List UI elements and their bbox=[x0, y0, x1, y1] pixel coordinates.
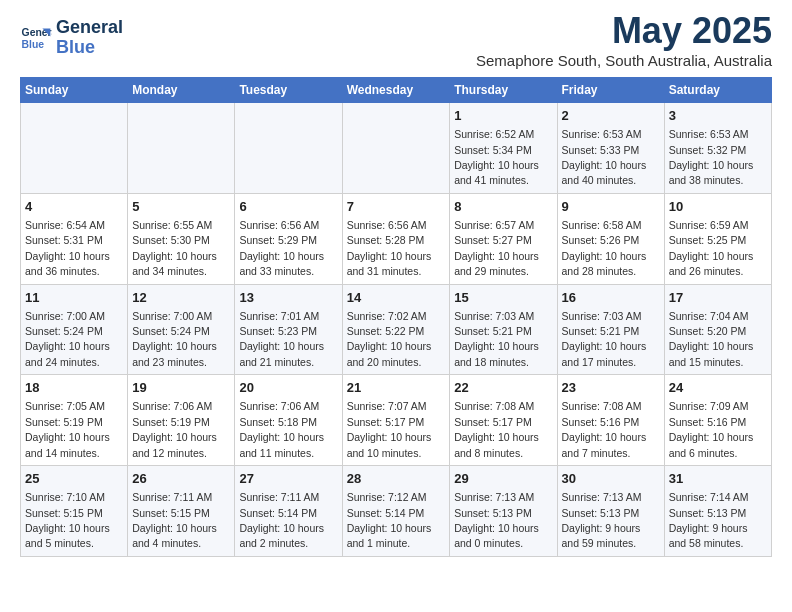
calendar-cell: 10Sunrise: 6:59 AM Sunset: 5:25 PM Dayli… bbox=[664, 193, 771, 284]
day-info: Sunrise: 7:08 AM Sunset: 5:17 PM Dayligh… bbox=[454, 400, 539, 458]
day-number: 3 bbox=[669, 107, 767, 125]
calendar-cell: 18Sunrise: 7:05 AM Sunset: 5:19 PM Dayli… bbox=[21, 375, 128, 466]
day-info: Sunrise: 6:53 AM Sunset: 5:32 PM Dayligh… bbox=[669, 128, 754, 186]
day-number: 23 bbox=[562, 379, 660, 397]
calendar-cell: 21Sunrise: 7:07 AM Sunset: 5:17 PM Dayli… bbox=[342, 375, 450, 466]
day-number: 17 bbox=[669, 289, 767, 307]
calendar-cell: 12Sunrise: 7:00 AM Sunset: 5:24 PM Dayli… bbox=[128, 284, 235, 375]
calendar-cell: 14Sunrise: 7:02 AM Sunset: 5:22 PM Dayli… bbox=[342, 284, 450, 375]
calendar-cell: 9Sunrise: 6:58 AM Sunset: 5:26 PM Daylig… bbox=[557, 193, 664, 284]
calendar-cell: 24Sunrise: 7:09 AM Sunset: 5:16 PM Dayli… bbox=[664, 375, 771, 466]
logo: General Blue General Blue bbox=[20, 18, 123, 58]
day-info: Sunrise: 7:05 AM Sunset: 5:19 PM Dayligh… bbox=[25, 400, 110, 458]
day-number: 4 bbox=[25, 198, 123, 216]
calendar-week-2: 4Sunrise: 6:54 AM Sunset: 5:31 PM Daylig… bbox=[21, 193, 772, 284]
day-info: Sunrise: 7:13 AM Sunset: 5:13 PM Dayligh… bbox=[562, 491, 642, 549]
day-info: Sunrise: 7:11 AM Sunset: 5:14 PM Dayligh… bbox=[239, 491, 324, 549]
day-header-tuesday: Tuesday bbox=[235, 78, 342, 103]
calendar-cell: 16Sunrise: 7:03 AM Sunset: 5:21 PM Dayli… bbox=[557, 284, 664, 375]
day-number: 22 bbox=[454, 379, 552, 397]
day-info: Sunrise: 6:52 AM Sunset: 5:34 PM Dayligh… bbox=[454, 128, 539, 186]
calendar-cell: 6Sunrise: 6:56 AM Sunset: 5:29 PM Daylig… bbox=[235, 193, 342, 284]
day-info: Sunrise: 7:07 AM Sunset: 5:17 PM Dayligh… bbox=[347, 400, 432, 458]
calendar-cell: 8Sunrise: 6:57 AM Sunset: 5:27 PM Daylig… bbox=[450, 193, 557, 284]
calendar-cell: 11Sunrise: 7:00 AM Sunset: 5:24 PM Dayli… bbox=[21, 284, 128, 375]
calendar-week-4: 18Sunrise: 7:05 AM Sunset: 5:19 PM Dayli… bbox=[21, 375, 772, 466]
day-number: 20 bbox=[239, 379, 337, 397]
day-number: 7 bbox=[347, 198, 446, 216]
day-number: 18 bbox=[25, 379, 123, 397]
day-info: Sunrise: 7:12 AM Sunset: 5:14 PM Dayligh… bbox=[347, 491, 432, 549]
day-number: 14 bbox=[347, 289, 446, 307]
day-number: 25 bbox=[25, 470, 123, 488]
day-info: Sunrise: 7:14 AM Sunset: 5:13 PM Dayligh… bbox=[669, 491, 749, 549]
calendar-cell: 3Sunrise: 6:53 AM Sunset: 5:32 PM Daylig… bbox=[664, 103, 771, 194]
day-number: 21 bbox=[347, 379, 446, 397]
day-number: 1 bbox=[454, 107, 552, 125]
calendar-week-1: 1Sunrise: 6:52 AM Sunset: 5:34 PM Daylig… bbox=[21, 103, 772, 194]
calendar-cell: 20Sunrise: 7:06 AM Sunset: 5:18 PM Dayli… bbox=[235, 375, 342, 466]
day-info: Sunrise: 7:06 AM Sunset: 5:18 PM Dayligh… bbox=[239, 400, 324, 458]
day-header-monday: Monday bbox=[128, 78, 235, 103]
day-number: 15 bbox=[454, 289, 552, 307]
calendar-table: SundayMondayTuesdayWednesdayThursdayFrid… bbox=[20, 77, 772, 557]
day-number: 11 bbox=[25, 289, 123, 307]
day-number: 5 bbox=[132, 198, 230, 216]
calendar-cell: 4Sunrise: 6:54 AM Sunset: 5:31 PM Daylig… bbox=[21, 193, 128, 284]
calendar-cell: 31Sunrise: 7:14 AM Sunset: 5:13 PM Dayli… bbox=[664, 466, 771, 557]
day-info: Sunrise: 7:11 AM Sunset: 5:15 PM Dayligh… bbox=[132, 491, 217, 549]
day-number: 2 bbox=[562, 107, 660, 125]
calendar-cell: 25Sunrise: 7:10 AM Sunset: 5:15 PM Dayli… bbox=[21, 466, 128, 557]
day-header-wednesday: Wednesday bbox=[342, 78, 450, 103]
calendar-cell: 2Sunrise: 6:53 AM Sunset: 5:33 PM Daylig… bbox=[557, 103, 664, 194]
day-info: Sunrise: 7:13 AM Sunset: 5:13 PM Dayligh… bbox=[454, 491, 539, 549]
calendar-cell bbox=[21, 103, 128, 194]
calendar-cell: 23Sunrise: 7:08 AM Sunset: 5:16 PM Dayli… bbox=[557, 375, 664, 466]
day-number: 10 bbox=[669, 198, 767, 216]
calendar-cell bbox=[128, 103, 235, 194]
day-header-thursday: Thursday bbox=[450, 78, 557, 103]
day-number: 30 bbox=[562, 470, 660, 488]
day-info: Sunrise: 6:59 AM Sunset: 5:25 PM Dayligh… bbox=[669, 219, 754, 277]
day-number: 24 bbox=[669, 379, 767, 397]
day-number: 26 bbox=[132, 470, 230, 488]
day-number: 12 bbox=[132, 289, 230, 307]
day-info: Sunrise: 7:03 AM Sunset: 5:21 PM Dayligh… bbox=[562, 310, 647, 368]
calendar-cell: 17Sunrise: 7:04 AM Sunset: 5:20 PM Dayli… bbox=[664, 284, 771, 375]
day-info: Sunrise: 7:01 AM Sunset: 5:23 PM Dayligh… bbox=[239, 310, 324, 368]
calendar-cell bbox=[235, 103, 342, 194]
day-info: Sunrise: 6:58 AM Sunset: 5:26 PM Dayligh… bbox=[562, 219, 647, 277]
day-info: Sunrise: 6:56 AM Sunset: 5:28 PM Dayligh… bbox=[347, 219, 432, 277]
calendar-cell: 22Sunrise: 7:08 AM Sunset: 5:17 PM Dayli… bbox=[450, 375, 557, 466]
subtitle: Semaphore South, South Australia, Austra… bbox=[476, 52, 772, 69]
day-info: Sunrise: 7:04 AM Sunset: 5:20 PM Dayligh… bbox=[669, 310, 754, 368]
day-info: Sunrise: 7:02 AM Sunset: 5:22 PM Dayligh… bbox=[347, 310, 432, 368]
svg-text:Blue: Blue bbox=[22, 38, 45, 49]
day-number: 13 bbox=[239, 289, 337, 307]
day-header-sunday: Sunday bbox=[21, 78, 128, 103]
calendar-week-3: 11Sunrise: 7:00 AM Sunset: 5:24 PM Dayli… bbox=[21, 284, 772, 375]
calendar-cell: 28Sunrise: 7:12 AM Sunset: 5:14 PM Dayli… bbox=[342, 466, 450, 557]
day-info: Sunrise: 7:08 AM Sunset: 5:16 PM Dayligh… bbox=[562, 400, 647, 458]
title-block: May 2025 Semaphore South, South Australi… bbox=[476, 10, 772, 69]
day-header-friday: Friday bbox=[557, 78, 664, 103]
day-info: Sunrise: 6:56 AM Sunset: 5:29 PM Dayligh… bbox=[239, 219, 324, 277]
day-info: Sunrise: 6:54 AM Sunset: 5:31 PM Dayligh… bbox=[25, 219, 110, 277]
calendar-cell: 27Sunrise: 7:11 AM Sunset: 5:14 PM Dayli… bbox=[235, 466, 342, 557]
day-info: Sunrise: 7:06 AM Sunset: 5:19 PM Dayligh… bbox=[132, 400, 217, 458]
calendar-cell: 26Sunrise: 7:11 AM Sunset: 5:15 PM Dayli… bbox=[128, 466, 235, 557]
day-number: 31 bbox=[669, 470, 767, 488]
day-number: 28 bbox=[347, 470, 446, 488]
calendar-week-5: 25Sunrise: 7:10 AM Sunset: 5:15 PM Dayli… bbox=[21, 466, 772, 557]
calendar-cell: 30Sunrise: 7:13 AM Sunset: 5:13 PM Dayli… bbox=[557, 466, 664, 557]
calendar-cell: 1Sunrise: 6:52 AM Sunset: 5:34 PM Daylig… bbox=[450, 103, 557, 194]
page-header: General Blue General Blue May 2025 Semap… bbox=[20, 10, 772, 69]
calendar-cell: 5Sunrise: 6:55 AM Sunset: 5:30 PM Daylig… bbox=[128, 193, 235, 284]
calendar-header-row: SundayMondayTuesdayWednesdayThursdayFrid… bbox=[21, 78, 772, 103]
day-info: Sunrise: 7:00 AM Sunset: 5:24 PM Dayligh… bbox=[25, 310, 110, 368]
day-info: Sunrise: 7:03 AM Sunset: 5:21 PM Dayligh… bbox=[454, 310, 539, 368]
day-info: Sunrise: 7:00 AM Sunset: 5:24 PM Dayligh… bbox=[132, 310, 217, 368]
day-info: Sunrise: 6:55 AM Sunset: 5:30 PM Dayligh… bbox=[132, 219, 217, 277]
day-info: Sunrise: 7:10 AM Sunset: 5:15 PM Dayligh… bbox=[25, 491, 110, 549]
calendar-cell: 19Sunrise: 7:06 AM Sunset: 5:19 PM Dayli… bbox=[128, 375, 235, 466]
